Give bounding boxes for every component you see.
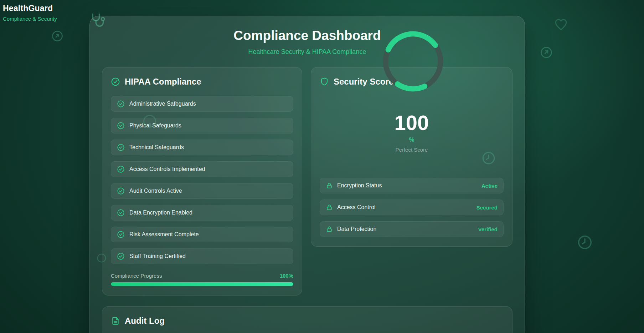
security-score-card: Security Score 100 % Perfect Score Encry…: [311, 67, 512, 247]
hipaa-checklist: Administrative Safeguards Physical Safeg…: [111, 96, 293, 264]
arrow-circle-icon: [51, 30, 64, 42]
checklist-item: Staff Training Certified: [111, 248, 293, 264]
security-card-header: Security Score: [320, 77, 504, 87]
brand-name: HealthGuard: [3, 4, 57, 13]
security-score-number: 100: [320, 112, 504, 133]
audit-log-card: Audit Log: [102, 306, 512, 333]
security-stats: Encryption Status Active Access Control …: [320, 178, 504, 237]
heart-icon: [554, 17, 568, 31]
hipaa-compliance-card: HIPAA Compliance Administrative Safeguar…: [102, 67, 302, 296]
brand-tagline: Compliance & Security: [3, 16, 57, 22]
stat-label: Data Protection: [326, 226, 376, 233]
compliance-progress-row: Compliance Progress 100%: [111, 273, 293, 279]
security-score-block: 100 % Perfect Score: [320, 112, 504, 153]
check-circle-icon: [117, 209, 125, 217]
compliance-progress-value: 100%: [280, 273, 293, 279]
arrow-circle-icon: [540, 46, 553, 59]
check-circle-icon: [117, 100, 125, 108]
brand: HealthGuard Compliance & Security: [3, 4, 57, 22]
checklist-item: Audit Controls Active: [111, 183, 293, 199]
shield-icon: [320, 77, 329, 86]
compliance-progress-fill: [111, 282, 293, 286]
security-score-unit: %: [320, 136, 504, 143]
dashboard-panel: Compliance Dashboard Healthcare Security…: [89, 16, 525, 333]
audit-card-header: Audit Log: [111, 316, 504, 326]
checklist-item-label: Technical Safeguards: [129, 144, 184, 151]
lock-icon: [326, 182, 333, 189]
stat-label: Access Control: [326, 204, 376, 211]
checklist-item: Data Encryption Enabled: [111, 205, 293, 221]
stat-label: Encryption Status: [326, 182, 382, 189]
hipaa-card-title: HIPAA Compliance: [125, 77, 201, 87]
stat-row: Access Control Secured: [320, 200, 504, 215]
compliance-progress-label: Compliance Progress: [111, 273, 162, 279]
security-card-title: Security Score: [334, 77, 393, 87]
checklist-item-label: Administrative Safeguards: [129, 101, 196, 107]
stat-value: Active: [481, 183, 498, 189]
page-title: Compliance Dashboard: [102, 28, 512, 43]
checklist-item-label: Data Encryption Enabled: [129, 210, 192, 216]
checklist-item: Physical Safeguards: [111, 118, 293, 133]
compliance-progress-bar: [111, 282, 293, 286]
stat-value: Secured: [476, 205, 498, 211]
check-circle-icon: [117, 122, 125, 130]
stat-row: Data Protection Verified: [320, 221, 504, 237]
lock-icon: [326, 204, 333, 211]
checklist-item: Access Controls Implemented: [111, 161, 293, 177]
security-score-caption: Perfect Score: [320, 147, 504, 153]
checklist-item: Technical Safeguards: [111, 140, 293, 155]
hipaa-card-header: HIPAA Compliance: [111, 77, 293, 87]
stat-label-text: Access Control: [337, 204, 376, 211]
check-circle-icon: [117, 252, 125, 260]
stat-value: Verified: [478, 226, 498, 232]
stat-label-text: Encryption Status: [337, 182, 382, 189]
check-circle-icon: [117, 231, 125, 238]
stat-label-text: Data Protection: [337, 226, 376, 232]
check-circle-icon: [117, 165, 125, 173]
audit-card-title: Audit Log: [125, 316, 165, 326]
checklist-item-label: Audit Controls Active: [129, 188, 182, 194]
check-circle-icon: [117, 187, 125, 195]
stat-row: Encryption Status Active: [320, 178, 504, 193]
checklist-item: Risk Assessment Complete: [111, 227, 293, 242]
clock-icon: [577, 234, 593, 251]
dashboard-grid: HIPAA Compliance Administrative Safeguar…: [102, 67, 512, 296]
checklist-item: Administrative Safeguards: [111, 96, 293, 112]
check-circle-icon: [111, 77, 120, 86]
checklist-item-label: Staff Training Certified: [129, 253, 186, 259]
document-icon: [111, 316, 120, 326]
checklist-item-label: Physical Safeguards: [129, 122, 181, 129]
checklist-item-label: Risk Assessment Complete: [129, 231, 199, 238]
lock-icon: [326, 226, 333, 233]
check-circle-icon: [117, 143, 125, 151]
page-subtitle: Healthcare Security & HIPAA Compliance: [102, 48, 512, 56]
checklist-item-label: Access Controls Implemented: [129, 166, 205, 172]
